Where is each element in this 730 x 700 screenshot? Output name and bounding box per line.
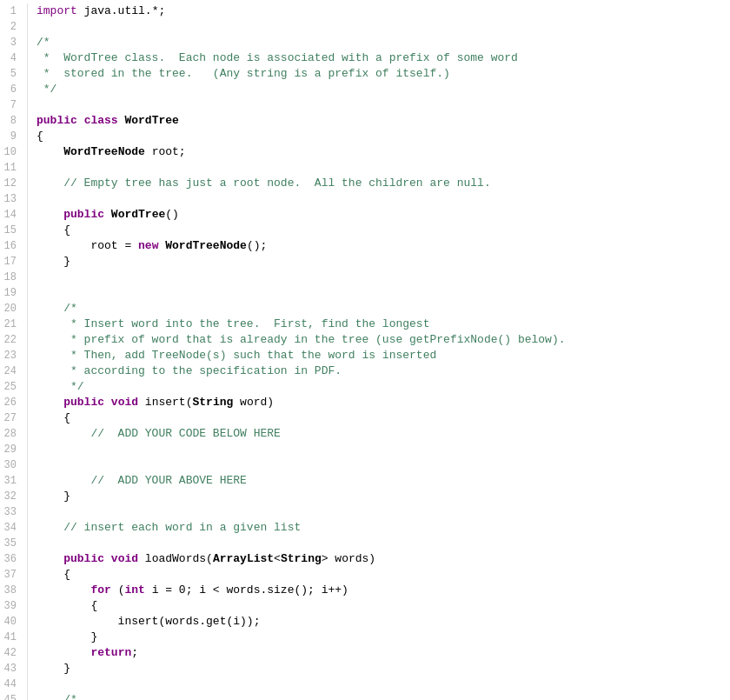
line-number: 7	[0, 97, 20, 113]
line-number: 42	[0, 645, 20, 661]
line-number: 18	[0, 270, 20, 285]
code-content-area[interactable]: import java.util.*; /* * WordTree class.…	[28, 3, 730, 700]
code-line	[36, 536, 730, 551]
line-number: 19	[0, 285, 20, 301]
code-line: {	[36, 223, 730, 238]
line-number: 25	[0, 379, 20, 395]
line-number: 10	[0, 144, 20, 160]
code-line: * WordTree class. Each node is associate…	[36, 50, 730, 66]
code-line: // Empty tree has just a root node. All …	[36, 176, 730, 191]
code-line	[36, 504, 730, 520]
line-number: 13	[0, 191, 20, 207]
code-line	[36, 270, 730, 285]
code-line	[36, 19, 730, 35]
code-line: /*	[36, 35, 730, 50]
line-number: 21	[0, 317, 20, 332]
code-line: }	[36, 254, 730, 270]
code-line: /*	[36, 692, 730, 700]
code-line: public void loadWords(ArrayList<String> …	[36, 551, 730, 567]
code-line: * Then, add TreeNode(s) such that the wo…	[36, 348, 730, 363]
code-line: public class WordTree	[36, 113, 730, 129]
code-line: {	[36, 567, 730, 583]
line-number: 2	[0, 19, 20, 35]
code-line: {	[36, 410, 730, 426]
line-number: 29	[0, 442, 20, 457]
line-number: 35	[0, 536, 20, 551]
code-line: // ADD YOUR ABOVE HERE	[36, 473, 730, 489]
code-line: // insert each word in a given list	[36, 520, 730, 536]
line-number: 9	[0, 129, 20, 144]
code-line	[36, 677, 730, 692]
code-line: * stored in the tree. (Any string is a p…	[36, 66, 730, 82]
line-number: 26	[0, 395, 20, 410]
line-number: 20	[0, 301, 20, 317]
code-line	[36, 160, 730, 176]
code-line: * prefix of word that is already in the …	[36, 332, 730, 348]
line-number: 16	[0, 238, 20, 254]
code-line: public WordTree()	[36, 207, 730, 223]
line-number: 3	[0, 35, 20, 50]
line-number: 36	[0, 551, 20, 567]
line-number: 14	[0, 207, 20, 223]
code-line: {	[36, 598, 730, 614]
code-line	[36, 457, 730, 473]
line-number: 44	[0, 677, 20, 692]
line-number: 31	[0, 473, 20, 489]
line-number: 45	[0, 692, 20, 700]
line-number: 34	[0, 520, 20, 536]
code-line: */	[36, 379, 730, 395]
line-number: 22	[0, 332, 20, 348]
code-line: }	[36, 489, 730, 504]
line-number: 8	[0, 113, 20, 129]
line-number: 39	[0, 598, 20, 614]
code-line: WordTreeNode root;	[36, 144, 730, 160]
code-line: insert(words.get(i));	[36, 614, 730, 630]
line-number: 23	[0, 348, 20, 363]
line-number: 41	[0, 630, 20, 645]
code-line: }	[36, 630, 730, 645]
code-line: // ADD YOUR CODE BELOW HERE	[36, 426, 730, 442]
line-number: 33	[0, 504, 20, 520]
code-editor: 1234567891011121314151617181920212223242…	[0, 0, 730, 700]
code-line: root = new WordTreeNode();	[36, 238, 730, 254]
code-line: /*	[36, 301, 730, 317]
line-number: 37	[0, 567, 20, 583]
line-number: 28	[0, 426, 20, 442]
code-line: {	[36, 129, 730, 144]
code-line: }	[36, 661, 730, 677]
line-number: 32	[0, 489, 20, 504]
line-number: 1	[0, 3, 20, 19]
line-number-gutter: 1234567891011121314151617181920212223242…	[0, 3, 28, 700]
code-line: for (int i = 0; i < words.size(); i++)	[36, 583, 730, 598]
line-number: 6	[0, 82, 20, 97]
line-number: 12	[0, 176, 20, 191]
code-line: */	[36, 82, 730, 97]
code-line	[36, 442, 730, 457]
line-number: 27	[0, 410, 20, 426]
code-line	[36, 97, 730, 113]
code-line: * according to the specification in PDF.	[36, 363, 730, 379]
line-number: 43	[0, 661, 20, 677]
line-number: 5	[0, 66, 20, 82]
line-number: 38	[0, 583, 20, 598]
code-line	[36, 191, 730, 207]
line-number: 30	[0, 457, 20, 473]
line-number: 15	[0, 223, 20, 238]
code-line: import java.util.*;	[36, 3, 730, 19]
line-number: 11	[0, 160, 20, 176]
line-number: 17	[0, 254, 20, 270]
code-line: public void insert(String word)	[36, 395, 730, 410]
code-line: return;	[36, 645, 730, 661]
code-line: * Insert word into the tree. First, find…	[36, 317, 730, 332]
line-number: 40	[0, 614, 20, 630]
line-number: 4	[0, 50, 20, 66]
line-number: 24	[0, 363, 20, 379]
code-line	[36, 285, 730, 301]
